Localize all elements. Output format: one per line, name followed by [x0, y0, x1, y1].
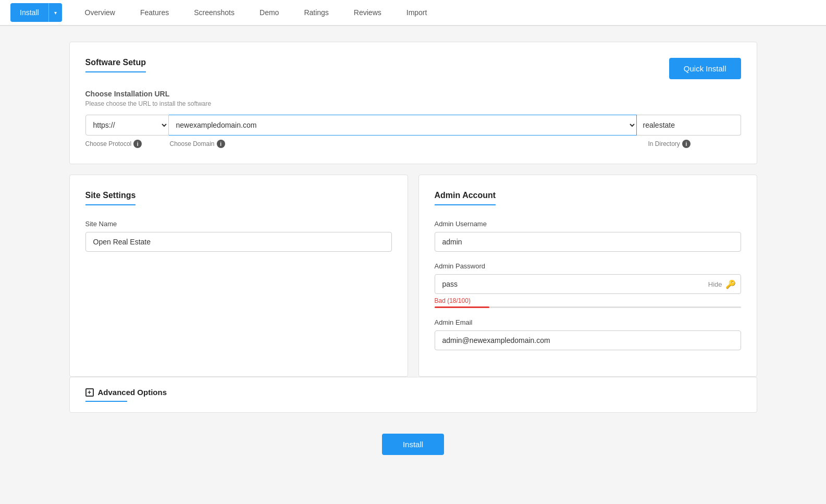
tab-screenshots[interactable]: Screenshots: [181, 0, 247, 26]
protocol-info-icon[interactable]: i: [133, 140, 142, 148]
site-name-input[interactable]: [85, 232, 392, 252]
protocol-hint-label: Choose Protocol: [85, 140, 132, 147]
directory-input[interactable]: [637, 115, 741, 136]
choose-url-label: Choose Installation URL: [85, 90, 741, 98]
site-settings-title: Site Settings: [85, 191, 136, 205]
strength-bar-background: [435, 306, 741, 308]
admin-email-input[interactable]: [435, 330, 741, 350]
url-row: https:// http:// newexampledomain.com: [85, 115, 741, 136]
tab-overview[interactable]: Overview: [72, 0, 128, 26]
password-strength: Bad (18/100): [435, 297, 741, 308]
domain-hint-label: Choose Domain: [170, 140, 215, 147]
domain-info-icon[interactable]: i: [217, 140, 225, 148]
admin-password-group: Admin Password Hide 🔑 Bad (18/100): [435, 262, 741, 308]
quick-install-button[interactable]: Quick Install: [669, 58, 741, 79]
strength-text: Bad (18/100): [435, 297, 741, 304]
choose-url-sublabel: Please choose the URL to install the sof…: [85, 100, 741, 107]
software-setup-title-block: Software Setup: [85, 58, 146, 77]
admin-account-title: Admin Account: [435, 191, 496, 205]
main-content: Software Setup Quick Install Choose Inst…: [48, 26, 778, 476]
plus-icon: +: [85, 388, 94, 397]
protocol-hint: Choose Protocol i: [85, 140, 169, 148]
admin-email-group: Admin Email: [435, 318, 741, 350]
url-hints: Choose Protocol i Choose Domain i In Dir…: [85, 140, 741, 148]
install-button[interactable]: Install: [382, 434, 444, 455]
install-row: Install: [69, 423, 757, 460]
tab-import[interactable]: Import: [394, 0, 440, 26]
admin-account-card: Admin Account Admin Username Admin Passw…: [418, 175, 757, 377]
directory-info-icon[interactable]: i: [682, 140, 691, 148]
domain-select[interactable]: newexampledomain.com: [169, 115, 637, 136]
tab-reviews[interactable]: Reviews: [341, 0, 394, 26]
tab-demo[interactable]: Demo: [247, 0, 291, 26]
strength-bar-fill: [435, 306, 490, 308]
admin-username-label: Admin Username: [435, 220, 741, 228]
advanced-options-underline: [85, 401, 127, 402]
password-actions: Hide 🔑: [708, 279, 736, 289]
install-nav-label: Install: [10, 8, 48, 17]
install-nav-button[interactable]: Install ▾: [10, 3, 62, 22]
admin-username-input[interactable]: [435, 232, 741, 252]
domain-hint: Choose Domain i: [169, 140, 647, 148]
tab-features[interactable]: Features: [128, 0, 181, 26]
admin-email-label: Admin Email: [435, 318, 741, 326]
admin-username-group: Admin Username: [435, 220, 741, 252]
advanced-options-toggle[interactable]: + Advanced Options: [85, 388, 741, 397]
site-name-label: Site Name: [85, 220, 392, 228]
key-icon[interactable]: 🔑: [725, 279, 736, 289]
tab-ratings[interactable]: Ratings: [291, 0, 341, 26]
software-setup-card: Software Setup Quick Install Choose Inst…: [69, 42, 757, 164]
hide-password-button[interactable]: Hide: [708, 280, 722, 288]
admin-password-input[interactable]: [435, 274, 741, 294]
advanced-options-label: Advanced Options: [98, 388, 167, 397]
software-setup-title: Software Setup: [85, 58, 146, 72]
admin-password-label: Admin Password: [435, 262, 741, 270]
choose-url-section: Choose Installation URL Please choose th…: [85, 90, 741, 148]
password-wrapper: Hide 🔑: [435, 274, 741, 294]
directory-hint-label: In Directory: [648, 140, 680, 147]
software-setup-header: Software Setup Quick Install: [85, 58, 741, 79]
install-nav-arrow[interactable]: ▾: [48, 3, 62, 22]
nav-links: Overview Features Screenshots Demo Ratin…: [72, 0, 816, 25]
protocol-select[interactable]: https:// http://: [85, 115, 169, 136]
settings-row: Site Settings Site Name Admin Account Ad…: [69, 175, 757, 377]
site-name-group: Site Name: [85, 220, 392, 252]
top-navigation: Install ▾ Overview Features Screenshots …: [0, 0, 826, 26]
advanced-options-card: + Advanced Options: [69, 377, 757, 413]
site-settings-card: Site Settings Site Name: [69, 175, 408, 377]
directory-hint: In Directory i: [647, 140, 741, 148]
